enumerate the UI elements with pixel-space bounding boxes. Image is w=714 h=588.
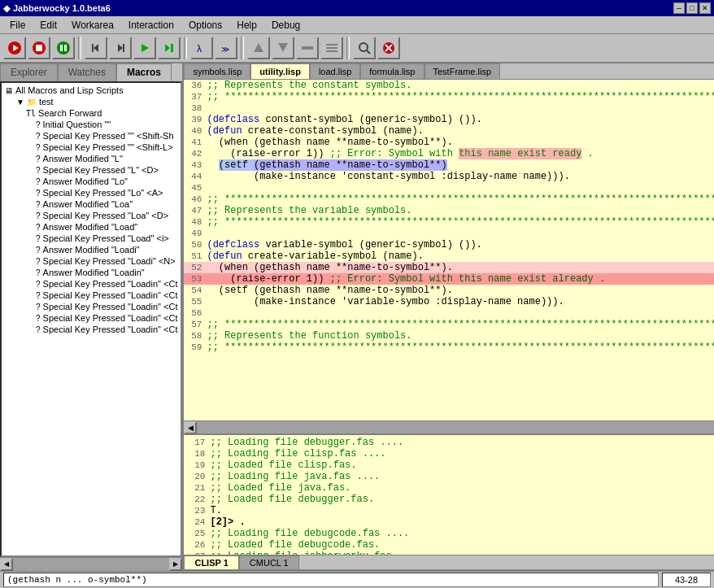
separator-3	[241, 37, 244, 59]
left-horizontal-scrollbar[interactable]: ◀ ▶	[0, 557, 182, 570]
toolbar-run-icon[interactable]	[3, 37, 26, 59]
tree-label: Special Key Pressed "Loadin" <Ct	[43, 313, 178, 323]
separator-4	[346, 37, 350, 59]
cursor-position: 43-28	[662, 573, 711, 587]
tree-item-answer-loadin[interactable]: ? Answer Modified "Loadin"	[3, 267, 179, 278]
scroll-left-button[interactable]: ◀	[0, 558, 13, 571]
menu-interaction[interactable]: Interaction	[122, 18, 181, 32]
scroll-right-button[interactable]: ▶	[169, 558, 182, 571]
tree-item-key1[interactable]: ? Special Key Pressed "" <Shift-Sh	[3, 130, 179, 142]
tree-item-answer-loa[interactable]: ? Answer Modified "Loa"	[3, 198, 179, 210]
tab-load-lisp[interactable]: load.lisp	[310, 63, 360, 79]
tree-item-answer-load[interactable]: ? Answer Modified "Load"	[3, 221, 179, 233]
tree-item-test[interactable]: ▼ 📁 test	[3, 96, 179, 107]
toolbar-nav1-icon[interactable]	[247, 37, 270, 59]
menu-file[interactable]: File	[3, 18, 32, 32]
tree-item-key5[interactable]: ? Special Key Pressed "Loa" <D>	[3, 210, 179, 221]
toolbar-nav4-icon[interactable]	[320, 37, 343, 59]
question-icon: ?	[36, 234, 41, 243]
tree-item-key8[interactable]: ? Special Key Pressed "Loadin" <Ct	[3, 278, 179, 290]
tree-item-key9[interactable]: ? Special Key Pressed "Loadin" <Ct	[3, 290, 179, 301]
toolbar-back-icon[interactable]	[85, 37, 107, 59]
tree-item-key4[interactable]: ? Special Key Pressed "Lo" <A>	[3, 187, 179, 198]
menu-debug[interactable]: Debug	[265, 18, 307, 32]
toolbar-stop2-icon[interactable]	[377, 37, 400, 59]
toolbar-play-icon[interactable]	[133, 37, 156, 59]
toolbar-search-icon[interactable]	[353, 37, 376, 59]
svg-rect-27	[302, 46, 313, 50]
tree-item-answer-loadi[interactable]: ? Answer Modified "Loadi"	[3, 244, 179, 255]
tree-item-key12[interactable]: ? Special Key Pressed "Loadin" <Ct	[3, 324, 179, 335]
code-line-39: 39 (defclass constant-symbol (generic-sy…	[184, 114, 714, 125]
code-scroll-area[interactable]: 36 ;; Represents the constant symbols. 3…	[184, 80, 714, 420]
code-line-46: 46 ;; **********************************…	[184, 194, 714, 205]
tree-item-initial-question[interactable]: ? Initial Question ""	[3, 119, 179, 130]
tree-label: Special Key Pressed "Loadi" <N>	[43, 256, 176, 266]
console-output[interactable]: 17 ;; Loading file debugger.fas .... 18 …	[184, 435, 714, 555]
tree-item-key11[interactable]: ? Special Key Pressed "Loadin" <Ct	[3, 312, 179, 324]
code-line-49: 49	[184, 228, 714, 239]
console-tab-cmucl[interactable]: CMUCL 1	[239, 555, 299, 569]
question-icon: ?	[36, 280, 41, 289]
code-line-51: 51 (defun create-variable-symbol (name).	[184, 250, 714, 262]
hscroll-track[interactable]	[197, 421, 714, 434]
scroll-left-arrow[interactable]: ◀	[184, 421, 197, 434]
question-icon: ?	[36, 257, 41, 266]
code-line-41: 41 (when (gethash name **name-to-symbol*…	[184, 137, 714, 148]
tab-utility-lisp[interactable]: utility.lisp	[250, 63, 310, 79]
tree-label: Special Key Pressed "Lo" <A>	[43, 188, 163, 198]
tree-label: Special Key Pressed "Loa" <D>	[43, 211, 169, 220]
tab-explorer[interactable]: Explorer	[0, 63, 58, 81]
toolbar-stop-icon[interactable]	[28, 37, 50, 59]
tree-item-key2[interactable]: ? Special Key Pressed "" <Shift-L>	[3, 142, 179, 153]
tree-item-answer-lo[interactable]: ? Answer Modified "Lo"	[3, 176, 179, 187]
tree-item-search-forward[interactable]: Tl Search Forward	[3, 107, 179, 119]
question-icon: ?	[36, 200, 41, 209]
toolbar-eval-icon[interactable]: λ	[190, 37, 213, 59]
tab-macros[interactable]: Macros	[116, 63, 172, 81]
menu-workarea[interactable]: Workarea	[65, 18, 120, 32]
code-line-52: 52 (when (gethash name **name-to-symbol*…	[184, 262, 714, 273]
close-button[interactable]: ✕	[699, 2, 711, 14]
toolbar-step-icon[interactable]	[158, 37, 181, 59]
menu-options[interactable]: Options	[182, 18, 229, 32]
code-line-42: 42 (raise-error 1)) ;; Error: Symbol wit…	[184, 148, 714, 159]
question-icon: ?	[36, 189, 41, 198]
console-line-22: 22 ;; Loaded file debugger.fas.	[187, 494, 714, 505]
tab-watches[interactable]: Watches	[58, 63, 116, 81]
tree-item-key6[interactable]: ? Special Key Pressed "Load" <i>	[3, 233, 179, 244]
tree-item-key10[interactable]: ? Special Key Pressed "Loadin" <Ct	[3, 301, 179, 312]
code-horizontal-scrollbar[interactable]: ◀ ▶	[184, 420, 714, 433]
toolbar-compile-icon[interactable]: ≫	[215, 37, 237, 59]
svg-rect-3	[36, 45, 42, 51]
menu-edit[interactable]: Edit	[33, 18, 63, 32]
toolbar-nav2-icon[interactable]	[272, 37, 294, 59]
console-tab-clisp[interactable]: CLISP 1	[184, 555, 238, 569]
svg-rect-31	[326, 50, 337, 52]
tree-item-key3[interactable]: ? Special Key Pressed "L" <D>	[3, 164, 179, 176]
question-icon: ?	[36, 268, 41, 277]
tab-symbols-lisp[interactable]: symbols.lisp	[184, 63, 250, 79]
folder-icon: 📁	[27, 98, 37, 107]
tree-item-key7[interactable]: ? Special Key Pressed "Loadi" <N>	[3, 255, 179, 267]
tab-formula-lisp[interactable]: formula.lisp	[360, 63, 424, 79]
toolbar-nav3-icon[interactable]	[296, 37, 319, 59]
tree-item-answer-l[interactable]: ? Answer Modified "L"	[3, 153, 179, 164]
status-input[interactable]	[3, 573, 659, 587]
toolbar-pause-icon[interactable]	[52, 37, 75, 59]
question-icon: ?	[36, 303, 41, 311]
maximize-button[interactable]: □	[686, 2, 698, 14]
console-tab-bar: CLISP 1 CMUCL 1	[184, 555, 714, 570]
toolbar-forward-icon[interactable]	[109, 37, 132, 59]
tree-label: Special Key Pressed "Loadin" <Ct	[43, 324, 178, 334]
menu-help[interactable]: Help	[230, 18, 263, 32]
tree-item-all-macros[interactable]: 🖥 All Macros and Lisp Scripts	[3, 85, 179, 96]
separator-1	[78, 37, 81, 59]
scroll-track[interactable]	[13, 558, 169, 571]
tree-label: test	[39, 97, 54, 107]
tab-testframe-lisp[interactable]: TestFrame.lisp	[424, 63, 501, 79]
titlebar: ◆ Jabberwocky 1.0.beta6 ─ □ ✕	[0, 0, 714, 16]
tree-label: Special Key Pressed "Load" <i>	[43, 233, 169, 243]
minimize-button[interactable]: ─	[673, 2, 685, 14]
question-icon: ?	[36, 155, 41, 163]
